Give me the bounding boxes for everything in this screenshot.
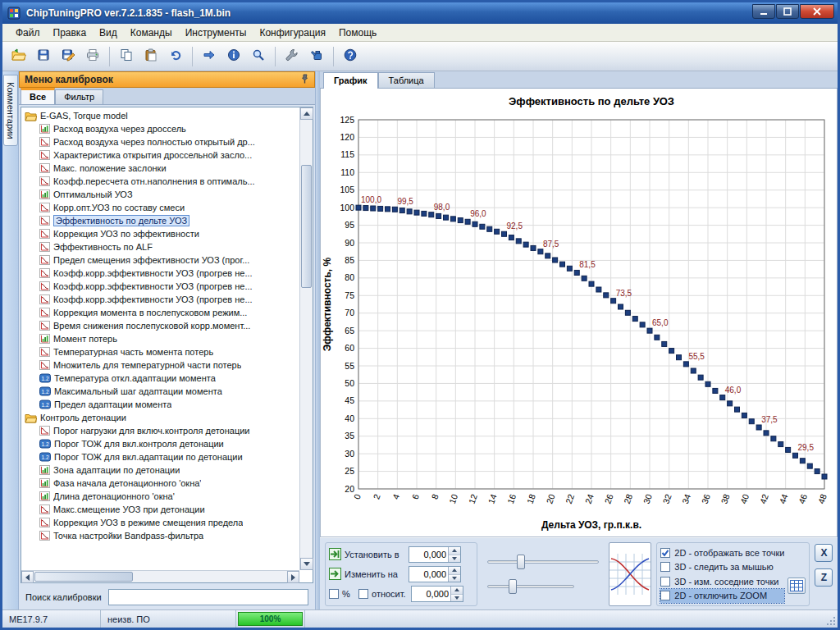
tree-vertical-scrollbar[interactable] — [299, 107, 313, 570]
change-value-input[interactable] — [409, 567, 448, 582]
spin-down-button[interactable] — [449, 575, 460, 582]
save-edit-button[interactable] — [57, 45, 80, 68]
option-checkbox[interactable] — [660, 591, 670, 600]
relative-checkbox[interactable] — [358, 589, 368, 599]
spin-down-button[interactable] — [449, 555, 460, 563]
z-axis-button[interactable]: Z — [815, 568, 833, 587]
close-button[interactable] — [800, 4, 834, 19]
slider-thumb[interactable] — [509, 579, 517, 594]
tree-item[interactable]: 1.2Температура откл.адаптации момента — [25, 372, 299, 385]
curve-preview-icon[interactable] — [609, 542, 652, 606]
menu-item[interactable]: Конфигурация — [253, 25, 332, 41]
save-button[interactable] — [32, 45, 55, 68]
tree-item[interactable]: Расход воздуха через дроссель — [25, 122, 299, 135]
tree-item[interactable]: Коррекция момента в послепусковом режим.… — [25, 306, 299, 319]
menu-item[interactable]: Файл — [9, 25, 47, 41]
tree-item[interactable]: Время снижения послепусковой корр.момент… — [25, 319, 299, 332]
relative-input[interactable] — [412, 587, 450, 601]
tree-item[interactable]: Макс. положение заслонки — [25, 162, 299, 175]
print-button[interactable] — [81, 45, 104, 68]
tree-item[interactable]: Фаза начала детонационного 'окна' — [25, 477, 299, 490]
menu-item[interactable]: Помощь — [332, 25, 383, 41]
tree-item[interactable]: Коррекция УОЗ в режиме смещения предела — [25, 516, 299, 529]
resize-grip[interactable] — [826, 616, 836, 626]
tree-item[interactable]: Характеристика открытия дроссельной засл… — [25, 148, 299, 162]
horizontal-scroll-thumb[interactable] — [34, 572, 133, 582]
scroll-down-button[interactable] — [300, 558, 313, 570]
tree-item[interactable]: 1.2Предел адаптации момента — [25, 398, 299, 411]
vertical-scroll-thumb[interactable] — [301, 165, 312, 288]
tree-item[interactable]: 1.2Максимальный шаг адаптации момента — [25, 385, 299, 398]
menu-item[interactable]: Вид — [93, 25, 124, 41]
tree-folder[interactable]: Контроль детонации — [25, 411, 299, 424]
scroll-left-button[interactable] — [21, 571, 34, 583]
x-axis-button[interactable]: X — [815, 544, 833, 562]
display-option-row[interactable]: 3D - изм. соседние точки — [660, 574, 784, 588]
tree-item[interactable]: Коэфф.корр.эффективности УОЗ (прогрев не… — [25, 293, 299, 306]
refill-button[interactable] — [305, 45, 328, 68]
display-option-row[interactable]: 3D - следить за мышью — [660, 560, 784, 574]
tree-item[interactable]: Эффективность по дельте УОЗ — [25, 214, 299, 227]
menu-item[interactable]: Команды — [124, 25, 179, 41]
option-checkbox[interactable] — [660, 548, 670, 558]
maximize-button[interactable] — [776, 4, 799, 19]
tree-item[interactable]: Макс.смещение УОЗ при детонации — [25, 503, 299, 516]
tree-item[interactable]: Эффективность по ALF — [25, 240, 299, 253]
tree-item[interactable]: Коррекция УОЗ по эффективности — [25, 227, 299, 240]
undo-button[interactable] — [164, 45, 187, 68]
chart-area[interactable]: 2025303540455055606570758085909510010511… — [320, 89, 838, 537]
tree-horizontal-scrollbar[interactable] — [21, 570, 299, 582]
tree-item[interactable]: 1.2Порог ТОЖ для вкл.контроля детонации — [25, 437, 299, 450]
tab-chart[interactable]: График — [323, 72, 378, 89]
tree-item[interactable]: Порог нагрузки для включ.контроля детона… — [25, 424, 299, 437]
tree-item[interactable]: Коэфф.пересчета отн.наполнения в оптимал… — [25, 175, 299, 188]
tab-filter[interactable]: Фильтр — [55, 89, 103, 104]
tree-item[interactable]: Предел смещения эффективности УОЗ (прог.… — [25, 253, 299, 267]
display-option-row[interactable]: 2D - отображать все точки — [660, 546, 784, 559]
tab-table[interactable]: Таблица — [378, 72, 435, 88]
tree-item[interactable]: Точка настройки Bandpass-фильтра — [25, 529, 299, 542]
menu-item[interactable]: Инструменты — [179, 25, 253, 41]
tree-item[interactable]: Длина детонационного 'окна' — [25, 490, 299, 503]
minimize-button[interactable] — [752, 4, 775, 19]
open-button[interactable] — [7, 45, 30, 68]
step-slider[interactable] — [486, 578, 576, 595]
option-checkbox[interactable] — [660, 562, 670, 572]
spin-up-button[interactable] — [449, 547, 460, 555]
paste-button[interactable] — [139, 45, 162, 68]
title-bar[interactable]: ChipTuningPRO ver.7.2.1.835 - flash_1M.b… — [2, 2, 838, 24]
tree-folder[interactable]: E-GAS, Torque model — [25, 109, 299, 122]
scroll-up-button[interactable] — [300, 107, 313, 120]
value-slider[interactable] — [486, 554, 600, 570]
tree-item[interactable]: Коэфф.корр.эффективности УОЗ (прогрев не… — [25, 267, 299, 280]
set-value-input[interactable] — [409, 547, 448, 562]
tools-button[interactable] — [281, 45, 304, 68]
tree-item[interactable]: Оптимальный УОЗ — [25, 188, 299, 201]
scroll-right-button[interactable] — [287, 571, 299, 583]
comments-tab[interactable]: Комментарии — [3, 75, 18, 146]
percent-checkbox[interactable] — [329, 589, 339, 599]
tree-item[interactable]: Момент потерь — [25, 332, 299, 345]
menu-item[interactable]: Правка — [47, 25, 94, 41]
tree-item[interactable]: Зона адаптации по детонации — [25, 463, 299, 477]
tree-item[interactable]: Множитель для температурной части потерь — [25, 358, 299, 372]
help-button[interactable] — [339, 45, 362, 68]
pin-icon[interactable] — [300, 74, 309, 86]
copy-button[interactable] — [115, 45, 138, 68]
search-input[interactable] — [108, 589, 308, 605]
option-checkbox[interactable] — [660, 577, 670, 587]
tree-item[interactable]: Температурная часть момента потерь — [25, 345, 299, 358]
slider-thumb[interactable] — [517, 555, 525, 569]
info-button[interactable] — [222, 45, 245, 68]
spin-up-button[interactable] — [449, 567, 460, 575]
grid-button[interactable] — [788, 578, 806, 594]
tree-item[interactable]: Корр.опт.УОЗ по составу смеси — [25, 201, 299, 214]
tab-all[interactable]: Все — [21, 88, 55, 104]
display-option-row[interactable]: 2D - отключить ZOOM — [660, 589, 784, 603]
tree-item[interactable]: Расход воздуха через полностью открытый … — [25, 135, 299, 148]
spin-down-button[interactable] — [451, 595, 463, 602]
tree-item[interactable]: Коэфф.корр.эффективности УОЗ (прогрев не… — [25, 280, 299, 293]
search-button[interactable] — [247, 45, 270, 68]
tree-item[interactable]: 1.2Порог ТОЖ для вкл.адаптации по детона… — [25, 450, 299, 463]
compare-button[interactable] — [198, 45, 221, 68]
